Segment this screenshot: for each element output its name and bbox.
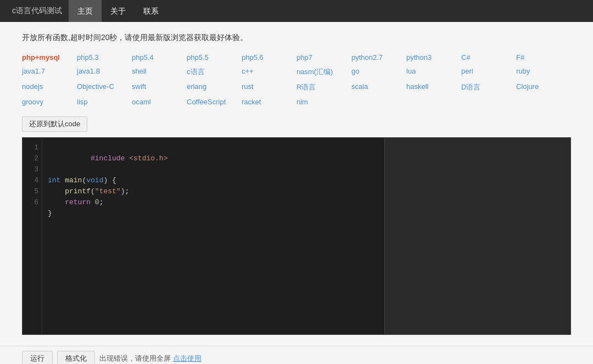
lang-item[interactable]: lua	[406, 65, 461, 79]
lang-item[interactable]: nasm(汇编)	[296, 65, 351, 79]
lang-item[interactable]: CoffeeScript	[187, 96, 242, 108]
lang-item[interactable]: c语言	[187, 65, 242, 79]
lang-item[interactable]: haskell	[406, 81, 461, 94]
code-editor[interactable]: #include <stdio.h> int main(void) { prin…	[42, 138, 384, 334]
lang-item[interactable]: ruby	[516, 65, 571, 79]
lang-item[interactable]: scala	[351, 81, 406, 94]
lang-item[interactable]: php5.6	[242, 52, 296, 63]
lang-item[interactable]: F#	[516, 52, 571, 63]
nav-link-contact[interactable]: 联系	[135, 0, 167, 22]
lang-item[interactable]: rust	[242, 81, 296, 94]
nav-item-contact[interactable]: 联系	[135, 0, 167, 22]
run-button[interactable]: 运行	[22, 351, 53, 364]
lang-item[interactable]: php7	[296, 52, 351, 63]
lang-item[interactable]: C#	[461, 52, 516, 63]
navbar: c语言代码测试 主页 关于 联系	[0, 0, 593, 22]
lang-item[interactable]: c++	[242, 65, 296, 79]
format-button[interactable]: 格式化	[57, 351, 95, 364]
bottom-notice: 出现错误，请使用全屏 点击使用	[99, 354, 202, 363]
editor-output-pane	[385, 138, 570, 334]
navbar-nav: 主页 关于 联系	[69, 0, 167, 22]
lang-item[interactable]: ocaml	[132, 96, 187, 108]
nav-item-about[interactable]: 关于	[102, 0, 135, 22]
nav-item-home[interactable]: 主页	[69, 0, 102, 22]
editor-left-pane: 123456 #include <stdio.h> int main(void)…	[23, 138, 385, 334]
lang-item[interactable]: swift	[132, 81, 187, 94]
reset-code-button[interactable]: 还原到默认code	[22, 116, 87, 132]
lang-item[interactable]: java1.7	[22, 65, 77, 79]
fullscreen-link[interactable]: 点击使用	[173, 354, 202, 362]
lang-item[interactable]: python3	[406, 52, 461, 63]
lang-item[interactable]: php5.4	[132, 52, 187, 63]
lang-item[interactable]: racket	[242, 96, 296, 108]
lang-item[interactable]: shell	[132, 65, 187, 79]
lang-item[interactable]: python2.7	[351, 52, 406, 63]
code-area: 123456 #include <stdio.h> int main(void)…	[23, 138, 384, 334]
lang-item[interactable]: D语言	[461, 81, 516, 94]
lang-item[interactable]: nim	[296, 96, 351, 108]
line-numbers: 123456	[23, 138, 42, 334]
lang-item[interactable]: perl	[461, 65, 516, 79]
lang-item[interactable]: R语言	[296, 81, 351, 94]
lang-item[interactable]: nodejs	[22, 81, 77, 94]
notice-text: 开放所有函数,超时时间20秒，请使用最新版浏览器获取最好体验。	[22, 33, 571, 43]
editor-container: 123456 #include <stdio.h> int main(void)…	[22, 137, 571, 335]
bottom-bar: 运行 格式化 出现错误，请使用全屏 点击使用	[0, 346, 593, 364]
lang-item[interactable]: php5.3	[77, 52, 132, 63]
lang-item[interactable]: lisp	[77, 96, 132, 108]
nav-link-home[interactable]: 主页	[69, 0, 102, 22]
lang-item[interactable]: groovy	[22, 96, 77, 108]
lang-item[interactable]: go	[351, 65, 406, 79]
language-grid: php+mysqlphp5.3php5.4php5.5php5.6php7pyt…	[22, 52, 571, 108]
navbar-brand: c语言代码测试	[5, 6, 69, 16]
lang-item[interactable]: java1.8	[77, 65, 132, 79]
lang-item[interactable]: Objective-C	[77, 81, 132, 94]
main-content: 开放所有函数,超时时间20秒，请使用最新版浏览器获取最好体验。 php+mysq…	[0, 22, 593, 346]
lang-item[interactable]: erlang	[187, 81, 242, 94]
lang-item[interactable]: Clojure	[516, 81, 571, 94]
nav-link-about[interactable]: 关于	[102, 0, 135, 22]
lang-item[interactable]: php5.5	[187, 52, 242, 63]
lang-item[interactable]: php+mysql	[22, 52, 77, 63]
